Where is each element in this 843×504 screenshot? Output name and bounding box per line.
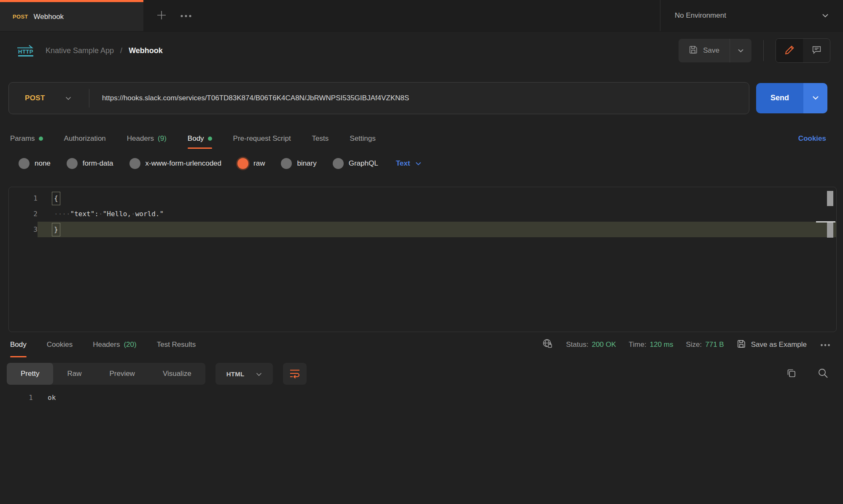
size-pair: Size: 771 B (686, 340, 724, 349)
view-visualize[interactable]: Visualize (149, 363, 205, 385)
tab-tests[interactable]: Tests (312, 126, 329, 151)
response-options-button[interactable] (820, 340, 830, 349)
tab-method-label: POST (13, 13, 28, 20)
chevron-down-icon (822, 11, 829, 20)
response-tab-headers[interactable]: Headers (20) (93, 332, 137, 357)
view-pretty[interactable]: Pretty (7, 363, 53, 385)
tab-label: Body (188, 134, 204, 143)
breadcrumb-separator: / (120, 46, 122, 55)
edit-request-button[interactable] (776, 39, 803, 62)
response-tool-icons (786, 367, 829, 380)
cookies-link[interactable]: Cookies (798, 134, 826, 143)
view-raw[interactable]: Raw (53, 363, 95, 385)
code-content: ····"text":·"Hello,·world." (38, 206, 836, 222)
tab-body[interactable]: Body (188, 126, 212, 151)
search-icon (817, 367, 829, 380)
chevron-down-icon (415, 159, 421, 168)
send-options-button[interactable] (803, 83, 827, 113)
wrap-lines-button[interactable] (283, 363, 307, 385)
mode-x-www-form-urlencoded[interactable]: x-www-form-urlencoded (129, 158, 221, 169)
line-number: 1 (9, 190, 38, 206)
tab-params[interactable]: Params (10, 126, 43, 151)
breadcrumb: Knative Sample App / Webhook (46, 46, 163, 55)
response-tab-body[interactable]: Body (10, 332, 27, 357)
tab-options-button[interactable] (174, 0, 198, 31)
response-tab-cookies[interactable]: Cookies (47, 332, 73, 357)
more-dots-icon (820, 340, 830, 349)
line-number: 1 (0, 394, 33, 402)
send-button[interactable]: Send (756, 83, 803, 113)
code-line-current: 3 } (9, 222, 836, 237)
breadcrumb-collection[interactable]: Knative Sample App (46, 46, 114, 55)
whitespace-dot: · (131, 210, 135, 218)
url-input[interactable]: https://hooks.slack.com/services/T06TD83… (89, 94, 422, 102)
request-body-editor[interactable]: 1 { 2 ····"text":·"Hello,·world." 3 } (8, 187, 837, 332)
size-label: Size: (686, 340, 702, 349)
mode-none[interactable]: none (19, 158, 51, 169)
response-body-viewer[interactable]: 1 ok (0, 387, 843, 504)
save-as-example-button[interactable]: Save as Example (737, 339, 807, 351)
tab-headers[interactable]: Headers (9) (127, 126, 167, 151)
response-meta: Status: 200 OK Time: 120 ms Size: 771 B … (542, 338, 830, 351)
radio-icon (129, 158, 140, 169)
tab-label: Headers (127, 134, 154, 143)
mode-label: form-data (83, 159, 113, 168)
new-tab-button[interactable] (149, 0, 174, 31)
raw-language-selector[interactable]: Text (396, 159, 422, 168)
mode-graphql[interactable]: GraphQL (333, 158, 378, 169)
radio-icon (19, 158, 30, 169)
scrollbar-marker[interactable] (827, 223, 833, 238)
header-actions: Save (679, 38, 830, 63)
tab-label: Authorization (64, 134, 106, 143)
radio-icon (281, 158, 292, 169)
chevron-down-icon (256, 370, 262, 378)
response-tab-test-results[interactable]: Test Results (157, 332, 196, 357)
response-header: Body Cookies Headers (20) Test Results S… (0, 332, 843, 357)
method-selector[interactable]: POST (9, 94, 89, 102)
network-globe-lock-icon[interactable] (542, 338, 553, 351)
view-preview[interactable]: Preview (95, 363, 148, 385)
search-response-button[interactable] (817, 367, 829, 380)
mode-form-data[interactable]: form-data (67, 158, 113, 169)
tab-settings[interactable]: Settings (350, 126, 375, 151)
request-tab[interactable]: POST Webhook (0, 0, 143, 31)
scrollbar-marker[interactable] (827, 191, 833, 206)
tab-pre-request-script[interactable]: Pre-request Script (233, 126, 291, 151)
response-tabs: Body Cookies Headers (20) Test Results (10, 332, 196, 357)
tab-label: Tests (312, 134, 329, 143)
tab-label: Settings (350, 134, 375, 143)
headers-count: (9) (158, 134, 167, 143)
code-line: 1 { (9, 190, 836, 206)
tab-authorization[interactable]: Authorization (64, 126, 106, 151)
response-toolbar: Pretty Raw Preview Visualize HTML (0, 361, 843, 387)
line-number: 2 (9, 206, 38, 222)
save-options-button[interactable] (730, 39, 751, 62)
save-as-example-label: Save as Example (751, 340, 807, 349)
time-value: 120 ms (650, 340, 673, 349)
response-format-selector[interactable]: HTML (215, 363, 273, 385)
mode-label: none (35, 159, 51, 168)
plus-icon (156, 10, 167, 22)
green-dot-indicator (208, 137, 212, 141)
mode-binary[interactable]: binary (281, 158, 316, 169)
json-value: world." (135, 210, 164, 218)
bracket-highlight: } (52, 223, 60, 236)
copy-response-button[interactable] (786, 367, 797, 380)
comment-button[interactable] (803, 39, 830, 62)
mode-label: binary (297, 159, 316, 168)
status-pair: Status: 200 OK (566, 340, 616, 349)
time-label: Time: (629, 340, 646, 349)
code-content: { (38, 190, 836, 206)
floppy-disk-icon (689, 45, 698, 56)
json-value: "Hello, (103, 210, 131, 218)
response-view-switcher: Pretty Raw Preview Visualize (7, 363, 205, 385)
mode-raw[interactable]: raw (237, 158, 265, 169)
response-pane: Body Cookies Headers (20) Test Results S… (0, 332, 843, 504)
divider (763, 40, 764, 61)
save-button[interactable]: Save (679, 39, 730, 62)
environment-selector[interactable]: No Environment (660, 0, 843, 31)
chevron-down-icon (812, 95, 819, 101)
send-button-group: Send (756, 83, 827, 113)
wrap-text-icon (289, 368, 301, 380)
response-content: ok (33, 394, 56, 402)
